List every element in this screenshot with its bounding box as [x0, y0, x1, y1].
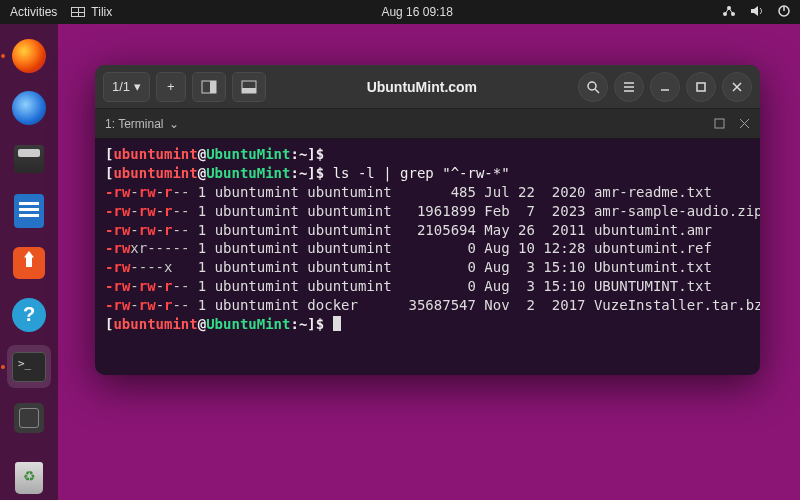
- dock-trash[interactable]: [7, 456, 51, 500]
- search-icon: [586, 80, 600, 94]
- help-icon: ?: [12, 298, 46, 332]
- session-label: 1/1: [112, 79, 130, 94]
- app-name: Tilix: [91, 5, 112, 19]
- split-down-icon: [241, 80, 257, 94]
- clock[interactable]: Aug 16 09:18: [381, 5, 452, 19]
- dock-screenshot[interactable]: [7, 396, 51, 440]
- maximize-button[interactable]: [686, 72, 716, 102]
- pane-close-button[interactable]: [739, 118, 750, 129]
- split-right-button[interactable]: [192, 72, 226, 102]
- terminal-body[interactable]: [ubuntumint@UbuntuMint:~]$ [ubuntumint@U…: [95, 139, 760, 375]
- maximize-icon: [694, 80, 708, 94]
- tilix-window: 1/1 ▾ + UbuntuMint.com 1: Terminal ⌄: [95, 65, 760, 375]
- window-title: UbuntuMint.com: [272, 79, 572, 95]
- screenshot-icon: [14, 403, 44, 433]
- session-switcher[interactable]: 1/1 ▾: [103, 72, 150, 102]
- hamburger-menu[interactable]: [614, 72, 644, 102]
- dock-libreoffice-writer[interactable]: [7, 189, 51, 233]
- terminal-icon: [12, 352, 46, 382]
- chevron-down-icon: ▾: [134, 79, 141, 94]
- software-icon: [13, 247, 45, 279]
- svg-rect-6: [210, 81, 216, 93]
- terminal-tab[interactable]: 1: Terminal ⌄: [105, 117, 179, 131]
- pane-maximize-button[interactable]: [714, 118, 725, 129]
- new-session-button[interactable]: +: [156, 72, 186, 102]
- svg-point-9: [588, 82, 596, 90]
- window-headerbar: 1/1 ▾ + UbuntuMint.com: [95, 65, 760, 109]
- tab-label: 1: Terminal: [105, 117, 163, 131]
- dock-terminal[interactable]: [7, 345, 51, 389]
- minimize-button[interactable]: [650, 72, 680, 102]
- gnome-topbar: Activities Tilix Aug 16 09:18: [0, 0, 800, 24]
- close-button[interactable]: [722, 72, 752, 102]
- svg-rect-13: [715, 119, 724, 128]
- svg-rect-8: [242, 88, 256, 93]
- hamburger-icon: [622, 80, 636, 94]
- files-icon: [14, 145, 44, 173]
- activities-button[interactable]: Activities: [10, 5, 57, 19]
- volume-icon[interactable]: [750, 5, 764, 20]
- tilix-icon: [71, 7, 85, 17]
- dock: ?: [0, 24, 58, 500]
- close-icon: [730, 80, 744, 94]
- dock-software[interactable]: [7, 241, 51, 285]
- dock-help[interactable]: ?: [7, 293, 51, 337]
- split-down-button[interactable]: [232, 72, 266, 102]
- writer-icon: [14, 194, 44, 228]
- svg-line-10: [595, 89, 599, 93]
- dock-files[interactable]: [7, 138, 51, 182]
- minimize-icon: [658, 80, 672, 94]
- firefox-icon: [12, 39, 46, 73]
- dock-firefox[interactable]: [7, 34, 51, 78]
- search-button[interactable]: [578, 72, 608, 102]
- app-indicator[interactable]: Tilix: [71, 5, 112, 19]
- svg-rect-12: [697, 83, 705, 91]
- power-icon[interactable]: [778, 5, 790, 20]
- chevron-down-icon: ⌄: [169, 117, 179, 131]
- dock-thunderbird[interactable]: [7, 86, 51, 130]
- terminal-tabbar: 1: Terminal ⌄: [95, 109, 760, 139]
- trash-icon: [15, 462, 43, 494]
- thunderbird-icon: [12, 91, 46, 125]
- split-right-icon: [201, 80, 217, 94]
- network-icon[interactable]: [722, 5, 736, 20]
